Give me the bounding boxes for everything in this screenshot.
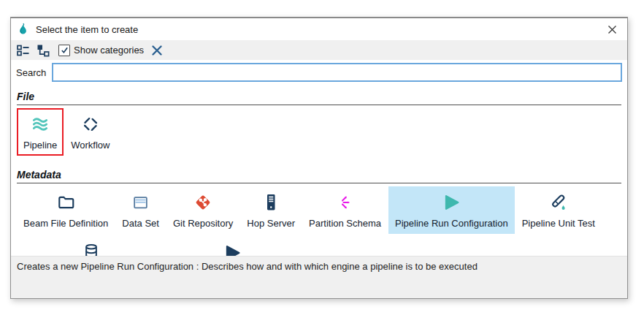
metadata-items-row-2: Relational Database Connection Workflow … — [17, 237, 621, 256]
item-workflow-run-configuration[interactable]: Workflow Run Configuration — [166, 237, 298, 256]
show-categories-checkbox[interactable] — [58, 45, 70, 56]
partition-arrows-icon — [337, 192, 354, 213]
clear-search-icon[interactable] — [150, 44, 164, 57]
item-list: File Pipeline — [11, 85, 627, 256]
folder-icon — [56, 192, 76, 213]
item-pipeline[interactable]: Pipeline — [17, 108, 64, 156]
item-pipeline-run-configuration[interactable]: Pipeline Run Configuration — [388, 186, 515, 234]
item-label: Pipeline Unit Test — [522, 218, 595, 229]
search-row: Search — [11, 60, 627, 85]
toolbar: Show categories — [11, 40, 627, 60]
item-label: Partition Schema — [309, 218, 381, 229]
close-icon[interactable] — [604, 21, 620, 37]
test-tube-icon — [548, 192, 568, 213]
item-label: Git Repository — [173, 218, 233, 229]
item-partition-schema[interactable]: Partition Schema — [302, 186, 388, 234]
item-label: Beam File Definition — [23, 218, 108, 229]
category-header-file: File — [17, 86, 621, 105]
item-label: Data Set — [122, 218, 159, 229]
metadata-items-row-1: Beam File Definition Data Set — [17, 186, 621, 234]
tree-view-icon[interactable] — [37, 44, 50, 57]
git-icon — [193, 192, 212, 213]
item-label: Pipeline — [23, 140, 57, 151]
show-categories-toggle[interactable]: Show categories — [58, 45, 144, 56]
item-data-set[interactable]: Data Set — [115, 186, 166, 234]
item-relational-database-connection[interactable]: Relational Database Connection — [17, 237, 166, 256]
item-workflow[interactable]: Workflow — [64, 108, 116, 156]
title-bar: Select the item to create — [11, 18, 627, 40]
item-git-repository[interactable]: Git Repository — [166, 186, 239, 234]
item-label: Workflow — [71, 140, 110, 151]
item-hop-server[interactable]: Hop Server — [240, 186, 302, 234]
play-teal-icon — [441, 192, 461, 213]
item-label: Pipeline Run Configuration — [395, 218, 508, 229]
play-navy-icon — [222, 243, 242, 256]
server-icon — [262, 192, 280, 213]
category-header-metadata: Metadata — [17, 164, 621, 183]
item-beam-file-definition[interactable]: Beam File Definition — [17, 186, 115, 234]
item-pipeline-unit-test[interactable]: Pipeline Unit Test — [515, 186, 602, 234]
dataset-icon — [131, 192, 150, 213]
dialog-title: Select the item to create — [36, 24, 138, 35]
search-input[interactable] — [52, 63, 622, 82]
status-text: Creates a new Pipeline Run Configuration… — [17, 261, 478, 272]
select-item-dialog: Select the item to create — [10, 17, 628, 299]
file-items-row: Pipeline — [17, 108, 621, 156]
list-view-icon[interactable] — [17, 44, 30, 57]
item-label: Hop Server — [247, 218, 295, 229]
status-bar: Creates a new Pipeline Run Configuration… — [11, 256, 627, 298]
hop-logo-icon — [18, 23, 30, 37]
search-label: Search — [16, 67, 46, 78]
workflow-icon — [81, 114, 100, 134]
database-icon — [82, 243, 101, 256]
show-categories-label: Show categories — [74, 45, 144, 56]
pipeline-icon — [30, 114, 50, 134]
